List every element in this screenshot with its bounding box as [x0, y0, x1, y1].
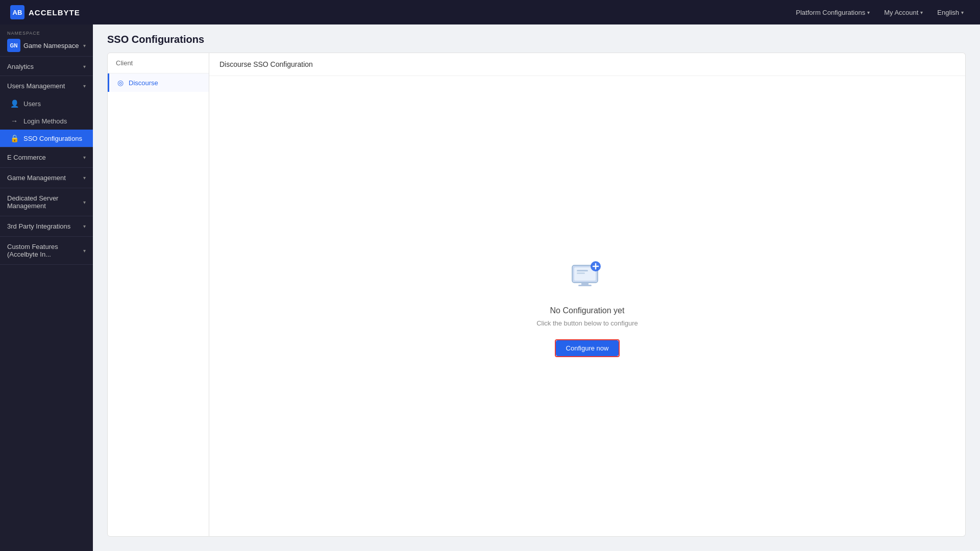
page-title: SSO Configurations [107, 34, 966, 45]
empty-state-title: No Configuration yet [550, 306, 625, 315]
discourse-icon: ◎ [117, 79, 124, 87]
empty-state-subtitle: Click the button below to configure [536, 319, 638, 327]
platform-configurations-button[interactable]: Platform Configurations ▾ [790, 6, 876, 19]
client-panel-header: Client [108, 53, 209, 73]
e-commerce-chevron-icon: ▾ [83, 155, 86, 160]
login-methods-icon: → [10, 117, 18, 125]
config-panel-header: Discourse SSO Configuration [209, 53, 965, 76]
client-item-discourse[interactable]: ◎ Discourse [108, 73, 209, 92]
my-account-button[interactable]: My Account ▾ [878, 6, 929, 19]
page-header: SSO Configurations [93, 24, 980, 53]
svg-rect-8 [577, 272, 585, 274]
game-management-chevron-icon: ▾ [83, 175, 86, 181]
logo-text: ACCELBYTE [29, 8, 80, 17]
users-management-chevron-icon: ▾ [83, 83, 86, 89]
top-header: AB ACCELBYTE Platform Configurations ▾ M… [0, 0, 980, 24]
sidebar-section-analytics: Analytics ▾ [0, 57, 93, 76]
content-area: SSO Configurations Client ◎ Discourse Di… [93, 24, 980, 551]
namespace-selector[interactable]: GN Game Namespace ▾ [7, 39, 86, 52]
users-icon: 👤 [10, 99, 18, 108]
dedicated-server-chevron-icon: ▾ [83, 199, 86, 205]
svg-rect-3 [578, 285, 592, 286]
platform-config-chevron-icon: ▾ [867, 10, 870, 15]
empty-state-illustration [567, 255, 608, 296]
sidebar-section-dedicated-server[interactable]: Dedicated Server Management ▾ [0, 188, 93, 216]
3rd-party-chevron-icon: ▾ [83, 223, 86, 229]
analytics-chevron-icon: ▾ [83, 64, 86, 69]
language-button[interactable]: English ▾ [931, 6, 970, 19]
sidebar-section-3rd-party[interactable]: 3rd Party Integrations ▾ [0, 216, 93, 237]
config-panel: Discourse SSO Configuration [209, 53, 966, 537]
sidebar-item-users[interactable]: 👤 Users [0, 95, 93, 112]
my-account-chevron-icon: ▾ [920, 10, 923, 15]
namespace-chevron-icon: ▾ [83, 43, 86, 48]
namespace-badge: GN [7, 39, 20, 52]
config-panel-body: No Configuration yet Click the button be… [209, 76, 965, 536]
sidebar: NAMESPACE GN Game Namespace ▾ Analytics … [0, 24, 93, 551]
analytics-section-header[interactable]: Analytics ▾ [0, 57, 93, 76]
logo-icon: AB [10, 5, 24, 19]
namespace-section: NAMESPACE GN Game Namespace ▾ [0, 24, 93, 57]
sso-icon: 🔒 [10, 134, 18, 142]
header-right: Platform Configurations ▾ My Account ▾ E… [790, 6, 970, 19]
client-panel: Client ◎ Discourse [107, 53, 209, 537]
sidebar-section-custom-features[interactable]: Custom Features (Accelbyte In... ▾ [0, 237, 93, 265]
custom-features-chevron-icon: ▾ [83, 248, 86, 254]
configure-now-button[interactable]: Configure now [556, 340, 619, 356]
page-body: Client ◎ Discourse Discourse SSO Configu… [93, 53, 980, 551]
namespace-label: NAMESPACE [7, 31, 86, 36]
sidebar-section-game-management[interactable]: Game Management ▾ [0, 168, 93, 188]
namespace-name: Game Namespace [23, 42, 80, 49]
svg-rect-7 [577, 270, 588, 271]
sidebar-section-users-management: Users Management ▾ 👤 Users → Login Metho… [0, 76, 93, 147]
configure-btn-wrapper: Configure now [555, 339, 620, 357]
sidebar-item-sso-configurations[interactable]: 🔒 SSO Configurations [0, 130, 93, 147]
sidebar-section-e-commerce[interactable]: E Commerce ▾ [0, 147, 93, 168]
sidebar-item-login-methods[interactable]: → Login Methods [0, 112, 93, 130]
users-management-section-header[interactable]: Users Management ▾ [0, 76, 93, 95]
logo-area: AB ACCELBYTE [10, 5, 80, 19]
language-chevron-icon: ▾ [961, 10, 964, 15]
main-layout: NAMESPACE GN Game Namespace ▾ Analytics … [0, 24, 980, 551]
